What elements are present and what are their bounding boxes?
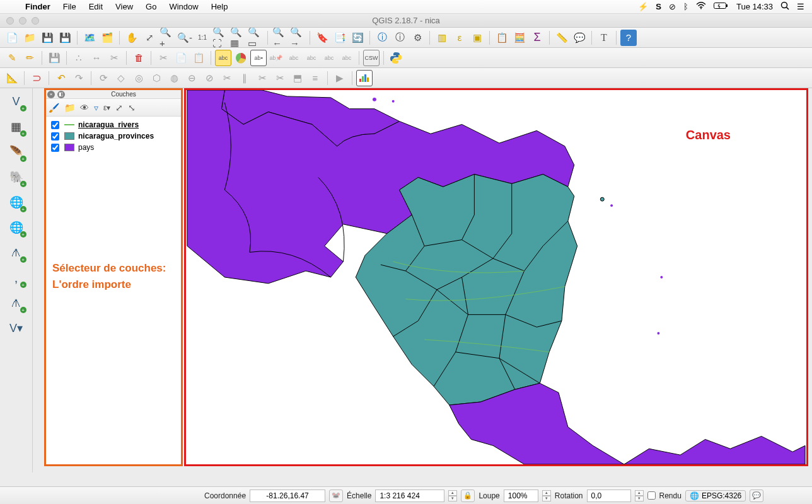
loupe-stepper[interactable]: ▴▾: [542, 490, 551, 501]
label-move-button[interactable]: abc: [303, 50, 320, 66]
menubar-view[interactable]: View: [109, 2, 139, 11]
help-button[interactable]: ?: [620, 30, 637, 46]
add-spatialite-layer-button[interactable]: 🪶+: [7, 142, 26, 161]
open-project-button[interactable]: 📁: [21, 30, 38, 46]
battery-icon[interactable]: [714, 2, 729, 11]
split-parts-button[interactable]: ✂: [272, 70, 288, 86]
select-by-rect-button[interactable]: ▥: [434, 30, 450, 46]
render-checkbox[interactable]: [647, 491, 656, 500]
zoom-next-button[interactable]: 🔍→: [289, 30, 306, 46]
new-project-button[interactable]: 📄: [4, 30, 20, 46]
rotation-stepper[interactable]: ▴▾: [635, 490, 644, 501]
expression-filter-button[interactable]: ε▾: [103, 103, 110, 112]
coord-toggle-button[interactable]: 🐭: [329, 490, 343, 502]
simplify-button[interactable]: ◇: [113, 70, 129, 86]
menubar-go[interactable]: Go: [139, 2, 163, 11]
map-tips-button[interactable]: 💬: [571, 30, 588, 46]
add-wcs-layer-button[interactable]: 🌐+: [7, 218, 26, 237]
label-toolbar-abc-button[interactable]: abc: [215, 50, 231, 66]
scale-input[interactable]: 1:3 216 424: [375, 490, 444, 502]
loupe-input[interactable]: 100%: [504, 490, 538, 502]
scale-stepper[interactable]: ▴▾: [448, 490, 457, 501]
fill-ring-button[interactable]: ◍: [166, 70, 182, 86]
zoom-to-layer-button[interactable]: 🔍▭: [247, 30, 264, 46]
maximize-window-icon[interactable]: [32, 17, 39, 25]
show-bookmarks-button[interactable]: 📑: [332, 30, 348, 46]
menubar-edit[interactable]: Edit: [83, 2, 109, 11]
layers-panel-header[interactable]: × ◧ Couches: [46, 90, 181, 99]
close-window-icon[interactable]: [6, 17, 14, 25]
refresh-button[interactable]: 🔄: [349, 30, 366, 46]
menubar-window[interactable]: Window: [163, 2, 204, 11]
bolt-status-icon[interactable]: ⚡: [638, 2, 648, 11]
label-show-button[interactable]: abc: [286, 50, 302, 66]
select-by-expr-button[interactable]: ε: [451, 30, 468, 46]
save-project-button[interactable]: 💾: [39, 30, 55, 46]
zoom-out-button[interactable]: 🔍-: [177, 30, 193, 46]
menubar-file[interactable]: File: [57, 2, 83, 11]
spotlight-icon[interactable]: [780, 1, 789, 12]
label-change-button[interactable]: abc: [339, 50, 355, 66]
merge-attributes-button[interactable]: ≡: [307, 70, 323, 86]
menubar-help[interactable]: Help: [205, 2, 235, 11]
identify-button[interactable]: ⓘ: [374, 30, 390, 46]
add-wfs-layer-button[interactable]: ⩚+: [7, 243, 26, 262]
move-feature-button[interactable]: ↔: [88, 50, 105, 66]
cut-features-button[interactable]: ✂: [155, 50, 171, 66]
undo-button[interactable]: ↶: [53, 70, 69, 86]
save-as-button[interactable]: 💾: [57, 30, 73, 46]
reshape-button[interactable]: ✂: [219, 70, 235, 86]
info-tool-button[interactable]: ⓘ: [392, 30, 408, 46]
layer-row-rivers[interactable]: nicaragua_rivers: [50, 119, 177, 130]
save-edits-button[interactable]: 💾: [46, 50, 62, 66]
label-rotate-button[interactable]: abc: [321, 50, 337, 66]
text-annotation-button[interactable]: T: [596, 30, 612, 46]
map-canvas[interactable]: Canvas: [184, 88, 808, 466]
edit-toggle-button[interactable]: ✎: [4, 50, 20, 66]
crs-button[interactable]: 🌐 EPSG:4326: [685, 490, 746, 501]
cad-tools-button[interactable]: 📐: [4, 70, 20, 86]
add-part-button[interactable]: ⬡: [148, 70, 165, 86]
new-composer-button[interactable]: 🗺️: [81, 30, 98, 46]
new-bookmark-button[interactable]: 🔖: [314, 30, 330, 46]
rotate-feature-button[interactable]: ⟳: [95, 70, 112, 86]
new-shapefile-button[interactable]: V▾: [7, 319, 26, 338]
redo-button[interactable]: ↷: [71, 70, 87, 86]
add-virtual-layer-button[interactable]: ⩚+: [7, 294, 26, 312]
add-vector-layer-button[interactable]: V+: [7, 92, 26, 111]
notifications-icon[interactable]: ☰: [797, 2, 804, 11]
traffic-lights[interactable]: [6, 17, 39, 25]
layer-visibility-checkbox[interactable]: [51, 132, 59, 140]
layer-row-pays[interactable]: pays: [50, 142, 177, 153]
measure-button[interactable]: 📏: [554, 30, 570, 46]
snapping-button[interactable]: ⊃: [28, 70, 45, 86]
do-not-disturb-icon[interactable]: ⊘: [669, 2, 676, 11]
pan-to-selection-button[interactable]: ⤢: [141, 30, 158, 46]
attribute-table-button[interactable]: 📋: [494, 30, 510, 46]
edit-pencil-button[interactable]: ✏: [21, 50, 38, 66]
zoom-to-selection-button[interactable]: 🔍▦: [229, 30, 246, 46]
zoom-full-button[interactable]: 🔍⛶: [212, 30, 228, 46]
add-feature-button[interactable]: ∴: [71, 50, 87, 66]
messages-button[interactable]: 💬: [750, 490, 763, 502]
zoom-in-button[interactable]: 🔍+: [159, 30, 175, 46]
label-pin-button[interactable]: ab📌: [268, 50, 284, 66]
coord-input[interactable]: -81.26,16.47: [250, 490, 325, 502]
collapse-all-button[interactable]: ⤡: [128, 103, 136, 113]
statistics-button[interactable]: Σ: [529, 30, 545, 46]
field-calculator-button[interactable]: 🧮: [511, 30, 528, 46]
visibility-button[interactable]: 👁: [80, 103, 89, 113]
bluetooth-icon[interactable]: ᛒ: [683, 2, 688, 11]
delete-ring-button[interactable]: ⊖: [183, 70, 200, 86]
composer-manager-button[interactable]: 🗂️: [99, 30, 115, 46]
layers-list[interactable]: nicaragua_rivers nicaragua_provinces pay…: [46, 117, 181, 156]
delete-part-button[interactable]: ⊘: [201, 70, 218, 86]
split-features-button[interactable]: ✂: [254, 70, 270, 86]
zoom-last-button[interactable]: 🔍←: [272, 30, 288, 46]
node-tool-button[interactable]: ✂: [106, 50, 122, 66]
action-button[interactable]: ⚙: [409, 30, 426, 46]
copy-features-button[interactable]: 📄: [173, 50, 189, 66]
wifi-icon[interactable]: [696, 2, 706, 11]
offset-curve-button[interactable]: ∥: [236, 70, 253, 86]
python-console-button[interactable]: [388, 50, 404, 66]
